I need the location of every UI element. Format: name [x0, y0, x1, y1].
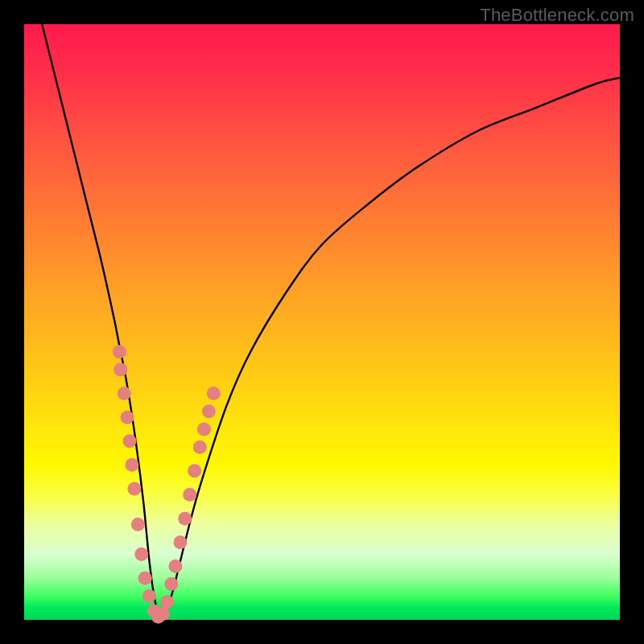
watermark-text: TheBottleneck.com — [480, 5, 634, 26]
data-dot — [202, 405, 216, 419]
data-dot — [138, 572, 152, 585]
data-dot — [118, 386, 131, 400]
data-dot — [156, 607, 170, 621]
data-dot — [131, 518, 145, 531]
data-dot — [173, 535, 187, 549]
data-dot — [160, 595, 174, 609]
data-dot — [113, 345, 126, 359]
data-dot — [134, 547, 148, 561]
data-dot — [114, 363, 127, 377]
data-dot — [207, 386, 221, 400]
data-dot — [188, 464, 201, 478]
bottleneck-curve — [42, 24, 620, 617]
chart-frame: TheBottleneck.com — [0, 0, 644, 644]
data-dot — [125, 458, 138, 472]
data-dot — [183, 488, 196, 502]
data-dots — [113, 345, 221, 624]
data-dot — [178, 512, 192, 526]
data-dot — [142, 589, 156, 603]
chart-svg — [24, 24, 620, 620]
data-dot — [164, 577, 178, 591]
data-dot — [122, 435, 136, 448]
plot-area — [24, 24, 620, 620]
data-dot — [197, 423, 211, 436]
data-dot — [121, 411, 134, 424]
data-dot — [193, 440, 207, 454]
data-dot — [127, 482, 141, 496]
data-dot — [168, 559, 182, 573]
